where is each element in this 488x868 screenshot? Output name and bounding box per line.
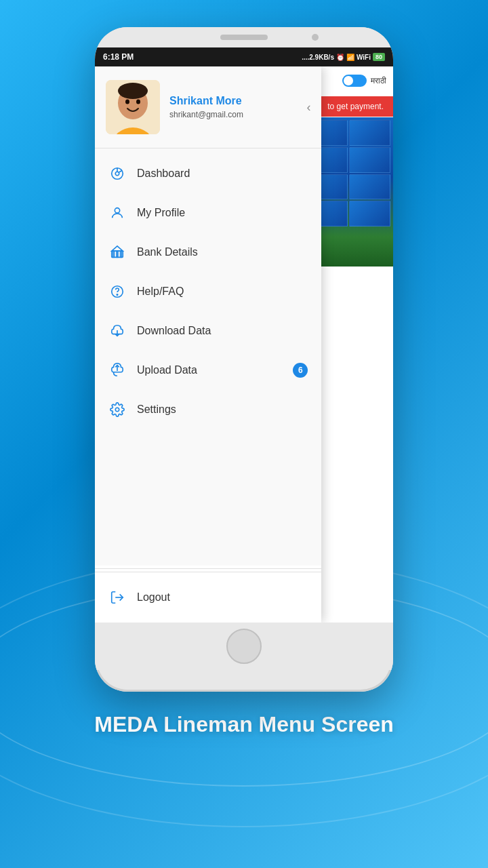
help-faq-label: Help/FAQ	[137, 285, 308, 298]
my-profile-label: My Profile	[137, 207, 308, 219]
upload-data-label: Upload Data	[137, 364, 282, 376]
svg-point-10	[115, 208, 119, 213]
menu-item-dashboard[interactable]: Dashboard	[95, 154, 321, 193]
signal-icon: 📶	[346, 54, 354, 61]
svg-line-9	[119, 170, 122, 172]
menu-item-my-profile[interactable]: My Profile	[95, 193, 321, 233]
toggle-knob	[344, 76, 353, 85]
screen: मराठी to get payment.	[95, 66, 393, 623]
download-icon	[108, 322, 126, 340]
bank-details-label: Bank Details	[137, 246, 308, 258]
upload-badge: 6	[293, 363, 308, 378]
side-drawer: Shrikant More shrikant@gmail.com ‹ Dashb…	[95, 66, 321, 623]
profile-icon	[108, 204, 126, 222]
drawer-divider	[95, 568, 321, 569]
logout-icon	[108, 589, 126, 606]
user-name: Shrikant More	[169, 95, 297, 107]
logout-label: Logout	[137, 591, 308, 604]
menu-item-logout[interactable]: Logout	[95, 578, 321, 617]
status-bar: 6:18 PM ....2.9KB/s ⏰ 📶 WiFi 80	[95, 47, 393, 66]
speaker	[220, 35, 268, 40]
battery-badge: 80	[373, 53, 385, 61]
settings-label: Settings	[137, 403, 308, 416]
settings-icon	[108, 401, 126, 418]
language-label: मराठी	[371, 76, 386, 85]
help-icon	[108, 283, 126, 300]
drawer-header: Shrikant More shrikant@gmail.com ‹	[95, 66, 321, 149]
dashboard-label: Dashboard	[137, 167, 308, 180]
svg-point-17	[117, 294, 117, 295]
phone-top	[95, 27, 393, 47]
alarm-icon: ⏰	[336, 54, 344, 61]
screen-title: MEDA Lineman Menu Screen	[41, 712, 447, 737]
solar-cell	[349, 174, 390, 200]
drawer-menu: Dashboard My Profile Bank Details	[95, 149, 321, 566]
wifi-icon: WiFi	[357, 54, 371, 61]
menu-item-upload-data[interactable]: Upload Data 6	[95, 351, 321, 390]
home-button[interactable]	[226, 629, 262, 664]
dashboard-icon	[108, 165, 126, 182]
avatar-image	[106, 80, 160, 134]
upload-icon	[108, 361, 126, 379]
solar-cell	[349, 201, 390, 226]
status-icons: ....2.9KB/s ⏰ 📶 WiFi 80	[302, 53, 385, 61]
language-toggle[interactable]: मराठी	[342, 75, 386, 87]
payment-banner[interactable]: to get payment.	[318, 96, 393, 117]
menu-item-download-data[interactable]: Download Data	[95, 311, 321, 351]
status-time: 6:18 PM	[103, 52, 134, 62]
menu-item-settings[interactable]: Settings	[95, 390, 321, 429]
svg-rect-13	[117, 251, 118, 257]
svg-marker-15	[112, 246, 123, 251]
svg-point-7	[115, 172, 119, 176]
drawer-footer: Logout	[95, 572, 321, 623]
svg-point-20	[115, 408, 119, 412]
svg-rect-14	[121, 251, 122, 257]
phone-shell: 6:18 PM ....2.9KB/s ⏰ 📶 WiFi 80 मराठी to…	[95, 27, 393, 692]
user-avatar	[106, 80, 160, 134]
user-info: Shrikant More shrikant@gmail.com	[169, 95, 297, 119]
network-speed: ....2.9KB/s	[302, 54, 334, 61]
download-data-label: Download Data	[137, 325, 308, 337]
camera	[312, 34, 319, 41]
svg-rect-12	[113, 251, 115, 257]
toggle-switch[interactable]	[342, 75, 367, 87]
bank-icon	[108, 243, 126, 261]
solar-cell	[349, 120, 390, 146]
menu-item-bank-details[interactable]: Bank Details	[95, 233, 321, 272]
phone-bottom	[95, 623, 393, 670]
svg-point-3	[118, 83, 148, 99]
menu-item-help-faq[interactable]: Help/FAQ	[95, 272, 321, 311]
svg-point-5	[136, 100, 140, 104]
svg-point-4	[125, 100, 129, 104]
solar-cell	[349, 147, 390, 173]
drawer-close-button[interactable]: ‹	[306, 100, 310, 115]
user-email: shrikant@gmail.com	[169, 110, 297, 119]
